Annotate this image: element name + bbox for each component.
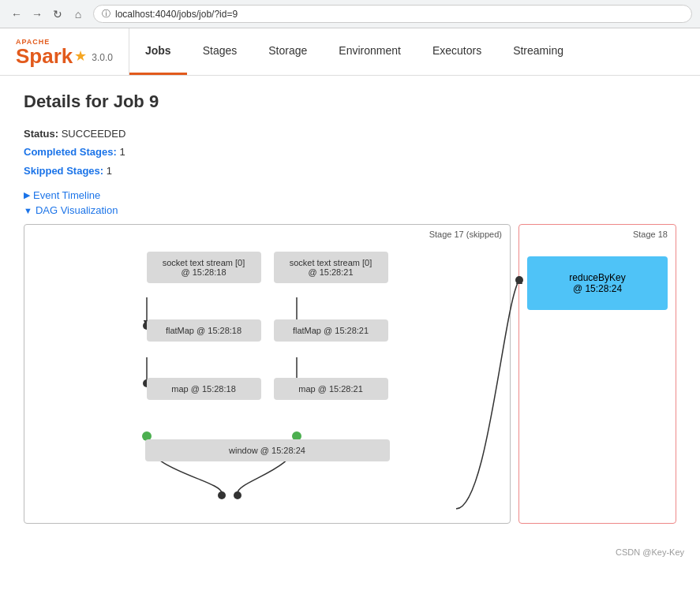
- stage18-node-area: reduceByKey @ 15:28:24: [527, 256, 668, 310]
- spark-name-text: Spark: [16, 46, 73, 66]
- nav-tabs: Jobs Stages Storage Environment Executor…: [129, 28, 579, 75]
- tab-environment[interactable]: Environment: [323, 28, 417, 75]
- node-time: @ 15:28:18: [156, 267, 252, 277]
- node-label: reduceByKey: [540, 272, 655, 283]
- node-flatmap-0: flatMap @ 15:28:18: [147, 319, 261, 342]
- dag-arrow: ▼: [24, 206, 32, 215]
- node-map-0: map @ 15:28:18: [147, 378, 261, 400]
- event-timeline-toggle[interactable]: ▶ Event Timeline: [24, 189, 676, 201]
- tab-stages[interactable]: Stages: [187, 28, 253, 75]
- map-row: map @ 15:28:18 map @ 15:28:21: [32, 378, 502, 400]
- node-map-1: map @ 15:28:21: [274, 378, 388, 400]
- tab-storage[interactable]: Storage: [253, 28, 323, 75]
- node-label: flatMap @ 15:28:21: [283, 326, 379, 335]
- skipped-stages-row: Skipped Stages: 1: [24, 162, 676, 180]
- status-section: Status: SUCCEEDED Completed Stages: 1 Sk…: [24, 125, 676, 180]
- skipped-stages-label[interactable]: Skipped Stages:: [24, 165, 103, 177]
- node-flatmap-1: flatMap @ 15:28:21: [274, 319, 388, 342]
- skipped-stages-value: 1: [107, 165, 112, 177]
- status-value: SUCCEEDED: [62, 128, 126, 140]
- watermark: CSDN @Key-Key: [0, 540, 700, 565]
- browser-chrome: ← → ↻ ⌂ ⓘ localhost:4040/jobs/job/?id=9: [0, 0, 700, 28]
- node-label: window @ 15:28:24: [155, 446, 380, 455]
- status-row: Status: SUCCEEDED: [24, 125, 676, 143]
- spark-star-icon: ★: [74, 47, 87, 65]
- arrow-spacer3: [32, 408, 502, 439]
- refresh-button[interactable]: ↻: [49, 6, 66, 23]
- svg-marker-12: [516, 276, 522, 284]
- page-title: Details for Job 9: [24, 91, 676, 112]
- stage17-container: Stage 17 (skipped): [24, 224, 511, 524]
- flatmap-row: flatMap @ 15:28:18 flatMap @ 15:28:21: [32, 319, 502, 342]
- event-timeline-label[interactable]: Event Timeline: [33, 189, 100, 201]
- spark-version-text: 3.0.0: [92, 52, 113, 63]
- home-button[interactable]: ⌂: [69, 6, 87, 23]
- tab-executors[interactable]: Executors: [417, 28, 497, 75]
- dag-visualization: Stage 17 (skipped): [24, 224, 676, 524]
- node-socket-0: socket text stream [0] @ 15:28:18: [147, 252, 261, 283]
- tab-streaming[interactable]: Streaming: [497, 28, 579, 75]
- url-text: localhost:4040/jobs/job/?id=9: [115, 9, 238, 20]
- node-reducebykey: reduceByKey @ 15:28:24: [527, 256, 668, 310]
- node-time: @ 15:28:24: [540, 283, 655, 294]
- node-label: socket text stream [0]: [283, 258, 379, 267]
- page-content: Details for Job 9 Status: SUCCEEDED Comp…: [0, 76, 700, 540]
- svg-point-10: [218, 491, 226, 499]
- completed-stages-value: 1: [119, 146, 125, 158]
- socket-row: socket text stream [0] @ 15:28:18 socket…: [32, 252, 502, 283]
- arrow-spacer1: [32, 291, 502, 319]
- node-label: flatMap @ 15:28:18: [156, 326, 252, 335]
- node-label: map @ 15:28:21: [283, 384, 379, 394]
- completed-stages-label[interactable]: Completed Stages:: [24, 146, 117, 158]
- node-time: @ 15:28:21: [283, 267, 379, 277]
- status-label: Status:: [24, 128, 58, 140]
- node-socket-1: socket text stream [0] @ 15:28:21: [274, 252, 388, 283]
- dag-toggle[interactable]: ▼ DAG Visualization: [24, 204, 676, 216]
- node-window: window @ 15:28:24: [145, 439, 390, 461]
- svg-point-13: [515, 276, 523, 284]
- stage17-nodes: socket text stream [0] @ 15:28:18 socket…: [32, 252, 502, 461]
- tab-jobs[interactable]: Jobs: [129, 28, 187, 75]
- stage18-container: Stage 18 reduceByKey @ 15:28:24: [518, 224, 676, 524]
- node-label: socket text stream [0]: [156, 258, 252, 267]
- arrow-spacer2: [32, 349, 502, 378]
- node-label: map @ 15:28:18: [156, 384, 252, 394]
- stage17-label: Stage 17 (skipped): [429, 230, 502, 239]
- lock-icon: ⓘ: [102, 8, 110, 20]
- event-timeline-arrow: ▶: [24, 190, 30, 200]
- svg-point-11: [234, 491, 241, 499]
- nav-buttons: ← → ↻ ⌂: [8, 6, 87, 23]
- spark-header: APACHE Spark ★ 3.0.0 Jobs Stages Storage…: [0, 28, 700, 76]
- dag-label[interactable]: DAG Visualization: [36, 204, 118, 216]
- back-button[interactable]: ←: [8, 6, 25, 23]
- forward-button[interactable]: →: [28, 6, 46, 23]
- stage18-label: Stage 18: [633, 230, 668, 239]
- window-row: window @ 15:28:24: [32, 439, 502, 461]
- spark-logo: APACHE Spark ★ 3.0.0: [0, 28, 129, 75]
- address-bar[interactable]: ⓘ localhost:4040/jobs/job/?id=9: [93, 5, 692, 23]
- completed-stages-row: Completed Stages: 1: [24, 143, 676, 161]
